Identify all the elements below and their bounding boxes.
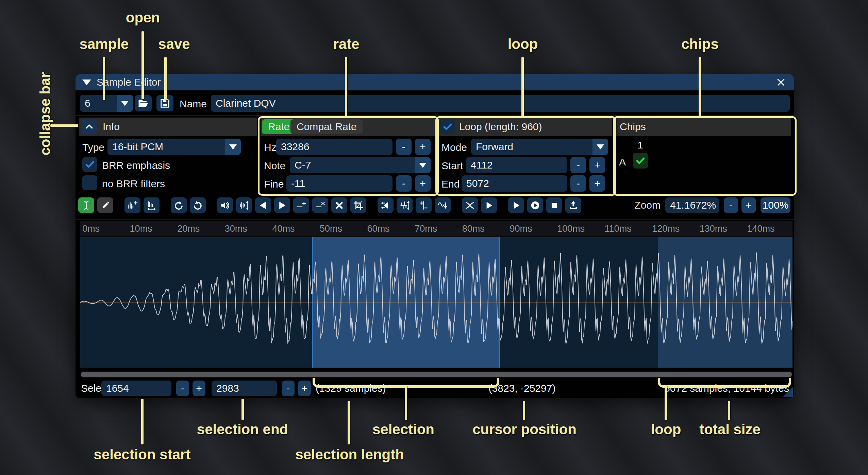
brr-emphasis-checkbox[interactable]	[82, 157, 97, 172]
export-button[interactable]	[565, 197, 581, 213]
annotation-selection-start: selection start	[94, 446, 191, 463]
reverse-button[interactable]	[378, 197, 394, 213]
selection-end-decrease-button[interactable]: -	[282, 381, 295, 396]
window-title: Sample Editor	[97, 76, 161, 88]
redo-button[interactable]	[190, 197, 206, 213]
apply-filter-button[interactable]	[435, 197, 451, 213]
resize-grip[interactable]	[783, 387, 793, 397]
toolbar-buttons	[78, 197, 584, 213]
name-label: Name	[180, 98, 207, 110]
annotation-selection-end: selection end	[197, 421, 288, 438]
annotation-selection: selection	[372, 421, 434, 438]
selection-start-increase-button[interactable]: +	[193, 381, 205, 396]
ruler-tick-label: 0ms	[82, 224, 100, 234]
undo-button[interactable]	[171, 197, 187, 213]
rate-highlight-box	[258, 116, 439, 196]
callout-selection-end-line	[241, 399, 244, 420]
ruler-tick-label: 140ms	[747, 224, 774, 234]
waveform-view[interactable]	[80, 237, 792, 368]
annotation-rate: rate	[333, 36, 359, 52]
zoom-input[interactable]: 41.1672%	[665, 197, 719, 213]
info-panel-title: Info	[103, 121, 120, 133]
info-panel: Info Type 16-bit PCM BRR emphasis no BRR…	[79, 118, 257, 192]
chevron-down-icon[interactable]	[225, 139, 241, 155]
ruler-tick-label: 30ms	[225, 224, 247, 234]
stop-preview-button[interactable]	[546, 197, 562, 213]
waveform-scrollbar[interactable]	[80, 371, 792, 378]
type-dropdown[interactable]: 16-bit PCM	[107, 139, 241, 155]
fade-out-button[interactable]	[274, 197, 290, 213]
callout-rate-line	[345, 57, 347, 116]
crossfade-button[interactable]	[462, 197, 478, 213]
check-icon	[84, 159, 96, 170]
selection-start-value: 1654	[106, 383, 129, 394]
no-brr-filters-label: no BRR filters	[102, 178, 165, 190]
callout-loop-bottom-stem	[665, 385, 667, 420]
type-value: 16-bit PCM	[112, 141, 163, 153]
selection-start-decrease-button[interactable]: -	[176, 381, 189, 396]
zoom-in-button[interactable]: +	[741, 197, 756, 213]
scrollbar-thumb[interactable]	[81, 372, 792, 377]
annotation-loop-bottom: loop	[651, 421, 681, 438]
collapse-bar-button[interactable]	[82, 119, 97, 134]
divider	[76, 219, 794, 220]
normalize-button[interactable]	[236, 197, 252, 213]
preview-selection-button[interactable]	[481, 197, 497, 213]
window-collapse-icon[interactable]	[82, 80, 91, 85]
divider	[76, 115, 794, 116]
edit-mode-button[interactable]	[78, 197, 94, 213]
no-brr-filters-checkbox[interactable]	[82, 175, 97, 190]
type-label: Type	[82, 142, 104, 153]
trim-button[interactable]	[350, 197, 366, 213]
sample-selector-value: 6	[85, 98, 90, 109]
chips-highlight-box	[613, 116, 797, 196]
apply-silence-button[interactable]	[312, 197, 328, 213]
insert-silence-button[interactable]	[293, 197, 309, 213]
zoom-reset-button[interactable]: 100%	[761, 197, 790, 213]
invert-button[interactable]	[397, 197, 413, 213]
sample-name-value: Clarinet DQV	[216, 98, 276, 109]
amplify-button[interactable]	[217, 197, 233, 213]
callout-selection-length-line	[348, 401, 350, 444]
ruler-tick-label: 10ms	[130, 224, 152, 234]
zoom-out-button[interactable]: -	[724, 197, 738, 213]
callout-cursor-position-line	[523, 401, 525, 420]
ruler-tick-label: 60ms	[367, 224, 390, 234]
annotation-sample: sample	[80, 36, 129, 52]
sample-name-input[interactable]: Clarinet DQV	[211, 95, 790, 112]
preview-button[interactable]	[508, 197, 524, 213]
callout-total-size-line	[728, 401, 730, 420]
selection-end-input[interactable]: 2983	[212, 381, 277, 396]
ruler-tick-label: 130ms	[700, 224, 727, 234]
info-panel-header: Info	[79, 118, 257, 136]
sample-selector[interactable]: 6	[80, 95, 133, 112]
annotation-loop-top: loop	[508, 36, 538, 52]
selection-start-input[interactable]: 1654	[101, 381, 171, 396]
window-titlebar[interactable]: Sample Editor	[76, 74, 794, 90]
resample-button[interactable]	[144, 197, 160, 213]
ruler-tick-label: 100ms	[557, 224, 585, 234]
ruler-tick-label: 20ms	[177, 224, 200, 234]
ruler-tick-label: 80ms	[462, 224, 485, 234]
callout-open-line	[141, 31, 144, 99]
callout-chips-line	[699, 57, 701, 116]
selection-end-increase-button[interactable]: +	[298, 381, 311, 396]
ruler[interactable]: 0ms10ms20ms30ms40ms50ms60ms70ms80ms90ms1…	[80, 221, 792, 236]
preview-loop-button[interactable]	[527, 197, 543, 213]
delete-button[interactable]	[331, 197, 347, 213]
loop-bracket	[658, 378, 791, 388]
close-icon[interactable]	[775, 76, 787, 88]
resize-button[interactable]	[124, 197, 140, 213]
callout-save-line	[164, 57, 167, 100]
selection-end-value: 2983	[216, 383, 239, 394]
annotation-chips: chips	[681, 36, 719, 52]
ruler-tick-label: 110ms	[605, 224, 632, 234]
callout-loop-line	[521, 57, 524, 116]
draw-mode-button[interactable]	[97, 197, 113, 213]
annotation-save: save	[158, 36, 190, 52]
fade-in-button[interactable]	[255, 197, 271, 213]
folder-open-icon	[137, 98, 149, 109]
signed-unsigned-button[interactable]	[416, 197, 432, 213]
ruler-tick-label: 120ms	[652, 224, 680, 234]
chevron-down-icon[interactable]	[117, 95, 133, 112]
